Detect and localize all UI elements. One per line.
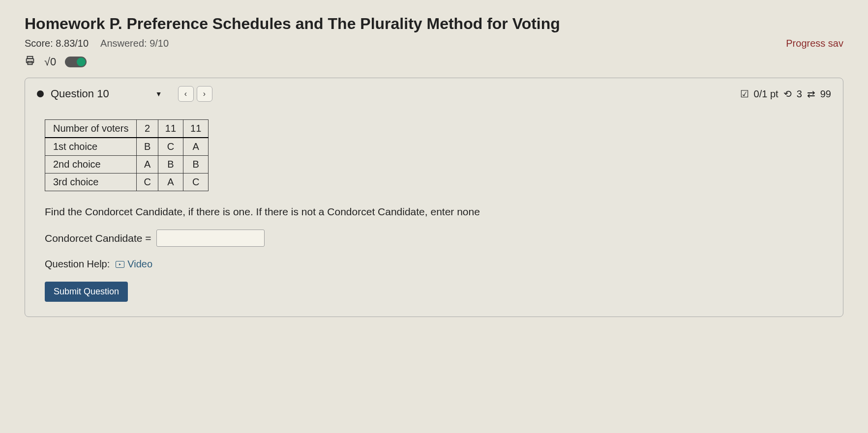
prev-question-button[interactable]: ‹ [178,86,194,102]
submit-button[interactable]: Submit Question [45,282,128,302]
answer-row: Condorcet Candidate = [45,230,823,247]
table-row-label: 2nd choice [45,156,137,173]
video-icon: ▸ [116,261,124,268]
table-cell: C [137,173,158,191]
table-col-2: 11 [183,120,209,138]
table-cell: C [158,138,183,156]
answered-label: Answered: 9/10 [100,38,169,49]
table-col-0: 2 [137,120,158,138]
help-row: Question Help: ▸ Video [45,259,823,270]
table-cell: B [137,138,158,156]
attempts-count: 3 [797,88,802,100]
table-cell: A [158,173,183,191]
page-title: Homework P. Preference Schedules and The… [25,15,843,33]
question-number-label[interactable]: Question 10 [51,87,109,100]
help-label: Question Help: [45,259,110,270]
next-question-button[interactable]: › [197,86,212,102]
table-cell: A [183,138,209,156]
table-cell: B [183,156,209,173]
progress-saved-label: Progress sav [786,38,843,49]
math-toggle[interactable] [65,57,87,67]
toolbar: √0 [25,55,843,69]
print-icon[interactable] [25,55,35,69]
table-row: 1st choice B C A [45,138,209,156]
table-row-label: 1st choice [45,138,137,156]
sqrt-icon[interactable]: √0 [44,56,56,68]
answer-label: Condorcet Candidate = [45,232,151,244]
video-label: Video [127,259,152,270]
refresh-icon: ⇄ [807,88,815,100]
table-header-label: Number of voters [45,120,137,138]
table-row-label: 3rd choice [45,173,137,191]
table-cell: B [158,156,183,173]
condorcet-input[interactable] [156,230,265,247]
checkbox-icon: ☑ [740,88,749,100]
score-label: Score: 8.83/10 [25,38,89,49]
table-row: 2nd choice A B B [45,156,209,173]
question-points: ☑ 0/1 pt ⟲ 3 ⇄ 99 [740,88,831,100]
video-help-link[interactable]: ▸ Video [116,259,152,270]
table-row: 3rd choice C A C [45,173,209,191]
table-cell: A [137,156,158,173]
question-card: Question 10 ▼ ‹ › ☑ 0/1 pt ⟲ 3 ⇄ 99 Numb… [25,78,843,317]
question-prompt: Find the Condorcet Candidate, if there i… [45,206,823,218]
tries-count: 99 [820,88,831,100]
table-header-row: Number of voters 2 11 11 [45,120,209,138]
question-header: Question 10 ▼ ‹ › ☑ 0/1 pt ⟲ 3 ⇄ 99 [25,78,843,110]
table-cell: C [183,173,209,191]
page-header: Homework P. Preference Schedules and The… [25,15,843,69]
question-body: Number of voters 2 11 11 1st choice B C … [25,110,843,317]
question-status-dot [37,90,44,97]
score-row: Score: 8.83/10 Answered: 9/10 Progress s… [25,38,843,49]
points-label: 0/1 pt [754,88,778,100]
table-col-1: 11 [158,120,183,138]
preference-table: Number of voters 2 11 11 1st choice B C … [45,119,209,191]
retry-icon: ⟲ [783,88,792,100]
chevron-down-icon[interactable]: ▼ [155,90,162,98]
